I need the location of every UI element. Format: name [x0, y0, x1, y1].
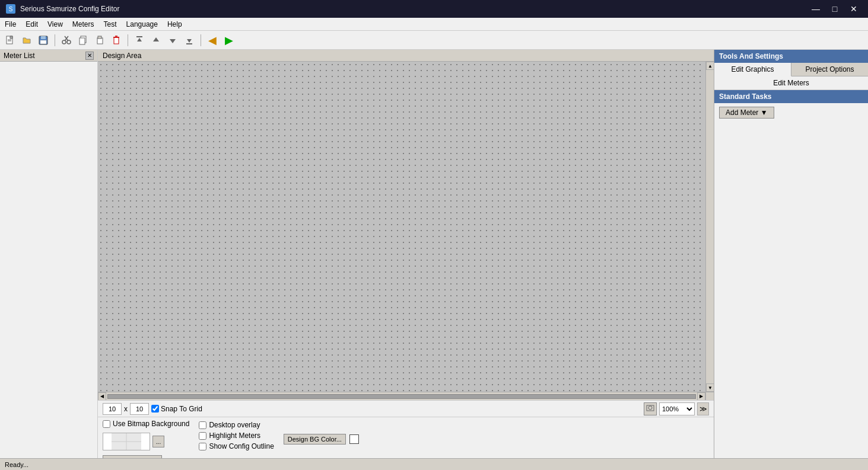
window-controls: — □ ✕	[807, 3, 862, 15]
move-bottom-button[interactable]	[182, 33, 197, 48]
design-area-wrapper[interactable]: ▲ ▼ ◀ ▶	[98, 62, 714, 400]
copy-button[interactable]	[75, 33, 91, 48]
bottom-bar: x Snap To Grid 100% 50% 75% 150% 200% ≫	[98, 400, 714, 417]
title-bar-left: S Serious Samurize Config Editor	[6, 4, 119, 14]
cut-button[interactable]	[59, 33, 74, 48]
tab-edit-graphics[interactable]: Edit Graphics	[714, 63, 791, 76]
menu-help[interactable]: Help	[163, 18, 187, 30]
toolbar-sep-3	[201, 34, 201, 46]
use-bitmap-label: Use Bitmap Background	[113, 420, 189, 428]
maximize-button[interactable]: □	[826, 3, 843, 15]
highlight-meters-checkbox[interactable]	[199, 432, 206, 440]
vertical-scrollbar[interactable]: ▲ ▼	[705, 62, 714, 392]
status-bar: Ready...	[0, 458, 868, 470]
save-button[interactable]	[36, 33, 51, 48]
svg-point-24	[648, 406, 652, 410]
design-area-container: Design Area ▲ ▼ ◀ ▶ x	[98, 50, 714, 458]
design-canvas[interactable]	[98, 62, 705, 392]
scroll-up-button[interactable]: ▲	[706, 62, 714, 70]
menu-view[interactable]: View	[43, 18, 68, 30]
move-down-button[interactable]	[165, 33, 180, 48]
highlight-meters-row: Highlight Meters	[199, 431, 274, 440]
snap-to-grid-label: Snap To Grid	[151, 405, 202, 413]
grid-x-input[interactable]	[103, 403, 122, 415]
zoom-controls: 100% 50% 75% 150% 200% ≫	[644, 402, 709, 415]
zoom-select[interactable]: 100% 50% 75% 150% 200%	[659, 402, 695, 415]
add-meter-button[interactable]: Add Meter ▼	[719, 107, 774, 119]
main-content: Meter List ✕ Design Area ▲ ▼ ◀ ▶	[0, 50, 868, 458]
move-top-button[interactable]	[132, 33, 147, 48]
use-bitmap-checkbox[interactable]	[103, 420, 110, 428]
svg-rect-5	[40, 40, 46, 44]
svg-marker-20	[170, 39, 176, 43]
meter-list-header: Meter List ✕	[0, 50, 97, 62]
snap-to-grid-checkbox[interactable]	[151, 405, 159, 413]
status-text: Ready...	[5, 461, 28, 468]
svg-marker-18	[137, 38, 142, 41]
close-button[interactable]: ✕	[845, 3, 862, 15]
horizontal-scrollbar[interactable]: ◀ ▶	[98, 392, 705, 400]
svg-rect-13	[98, 36, 101, 39]
delete-button[interactable]	[109, 33, 124, 48]
scroll-right-button[interactable]: ▶	[697, 392, 705, 401]
menu-meters[interactable]: Meters	[68, 18, 99, 30]
svg-point-9	[67, 40, 71, 44]
toolbar: ◀ ▶	[0, 31, 868, 50]
bitmap-section: Use Bitmap Background ... Take Screensho…	[103, 420, 189, 458]
paste-button[interactable]	[92, 33, 107, 48]
menu-edit[interactable]: Edit	[21, 18, 43, 30]
app-title: Serious Samurize Config Editor	[20, 5, 119, 13]
meter-list-title: Meter List	[4, 52, 35, 60]
scroll-h-thumb[interactable]	[107, 394, 696, 399]
edit-tabs: Edit Graphics Project Options	[714, 63, 868, 76]
right-panel-content	[714, 122, 868, 458]
svg-point-8	[62, 40, 66, 44]
design-bg-color-swatch[interactable]	[349, 434, 359, 444]
show-config-outline-checkbox[interactable]	[199, 443, 206, 450]
right-arrow-button[interactable]: ▶	[221, 33, 237, 48]
design-area[interactable]	[98, 62, 705, 392]
grid-y-input[interactable]	[130, 403, 149, 415]
add-meter-row: Add Meter ▼	[714, 103, 868, 122]
desktop-overlay-checkbox[interactable]	[199, 421, 206, 429]
meter-list-close[interactable]: ✕	[85, 52, 94, 60]
open-button[interactable]	[19, 33, 34, 48]
tools-header-title: Tools And Settings	[719, 52, 783, 60]
menu-file[interactable]: File	[0, 18, 21, 30]
checkboxes-section: Desktop overlay Highlight Meters Show Co…	[199, 420, 274, 450]
edit-meters-row: Edit Meters	[714, 76, 868, 90]
menu-language[interactable]: Language	[122, 18, 163, 30]
design-area-header: Design Area	[98, 50, 714, 62]
snap-to-grid-text: Snap To Grid	[161, 405, 202, 413]
svg-rect-11	[80, 38, 85, 44]
move-up-button[interactable]	[148, 33, 164, 48]
grid-separator: x	[124, 405, 128, 413]
bitmap-row: Use Bitmap Background	[103, 420, 189, 428]
scroll-corner	[705, 392, 714, 400]
zoom-expand-button[interactable]: ≫	[697, 402, 709, 415]
bitmap-browse-button[interactable]: ...	[152, 436, 164, 447]
tools-and-settings-header: Tools And Settings	[714, 50, 868, 63]
highlight-meters-label: Highlight Meters	[209, 431, 260, 440]
toolbar-sep-2	[128, 34, 128, 46]
menu-test[interactable]: Test	[99, 18, 122, 30]
scroll-left-button[interactable]: ◀	[98, 392, 106, 401]
new-button[interactable]	[2, 33, 18, 48]
standard-tasks-header: Standard Tasks	[714, 90, 868, 103]
app-icon: S	[6, 4, 15, 14]
toolbar-sep-1	[55, 34, 55, 46]
design-area-title: Design Area	[103, 52, 141, 60]
svg-rect-14	[114, 37, 119, 44]
design-bg-color-button[interactable]: Design BG Color...	[284, 434, 346, 445]
tab-project-options[interactable]: Project Options	[791, 63, 868, 76]
edit-meters-label[interactable]: Edit Meters	[773, 79, 809, 87]
screenshot-icon-button[interactable]	[644, 402, 657, 415]
left-arrow-button[interactable]: ◀	[205, 33, 220, 48]
menu-bar: File Edit View Meters Test Language Help	[0, 18, 868, 31]
design-bg-section: Design BG Color...	[284, 420, 359, 445]
desktop-overlay-label: Desktop overlay	[209, 421, 260, 429]
minimize-button[interactable]: —	[807, 3, 824, 15]
title-bar: S Serious Samurize Config Editor — □ ✕	[0, 0, 868, 18]
scroll-down-button[interactable]: ▼	[706, 383, 714, 392]
bottom-options: Use Bitmap Background ... Take Screensho…	[98, 417, 714, 458]
